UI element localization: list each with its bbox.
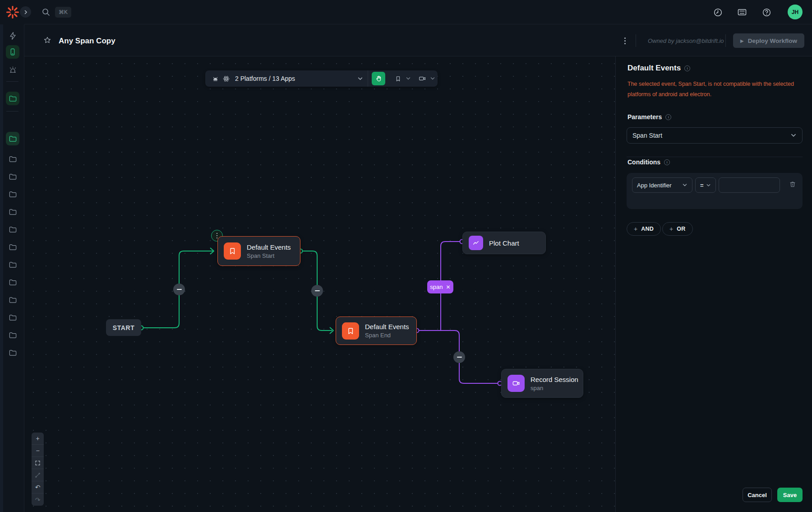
fit-view-button[interactable]: [32, 457, 44, 469]
parameters-label-row: Parameters i: [627, 113, 671, 121]
zoom-controls: + − ↶ ↷: [32, 433, 44, 506]
redo-button[interactable]: ↷: [32, 493, 44, 506]
workflow-editor-app: ⌘K JH: [0, 0, 812, 512]
panel-title-row: Default Events i: [627, 64, 690, 73]
bookmark-icon: [224, 242, 241, 260]
node-subtitle: Span Start: [247, 252, 291, 259]
validation-error-text: The selected event, Span Start, is not c…: [627, 79, 804, 100]
mobile-device-icon[interactable]: [6, 45, 19, 59]
bitdrift-logo-icon[interactable]: [6, 5, 19, 19]
folder-icon[interactable]: [6, 92, 19, 105]
condition-value-input[interactable]: [719, 177, 780, 193]
condition-field-select[interactable]: App Identifier: [632, 177, 692, 193]
folder-icon[interactable]: [6, 152, 19, 166]
parameter-select[interactable]: Span Start: [627, 127, 803, 144]
folder-icon[interactable]: [6, 170, 19, 183]
chevron-down-icon[interactable]: [428, 76, 438, 81]
close-icon[interactable]: ✕: [446, 284, 451, 290]
chart-icon: [469, 236, 483, 250]
more-options-button[interactable]: [620, 36, 630, 46]
node-plot-chart[interactable]: Plot Chart: [462, 232, 546, 254]
condition-card: App Identifier =: [627, 173, 803, 209]
info-icon[interactable]: i: [664, 159, 670, 165]
save-button[interactable]: Save: [777, 488, 803, 502]
node-record-session[interactable]: Record Session span: [501, 369, 583, 398]
arrowhead: [330, 327, 333, 334]
play-icon: ▶: [740, 38, 744, 43]
android-icon: [212, 75, 219, 83]
top-bar: ⌘K JH: [0, 0, 812, 24]
plus-icon: +: [669, 225, 673, 233]
info-icon[interactable]: i: [665, 114, 671, 120]
alert-siren-icon[interactable]: [6, 63, 19, 77]
zoom-in-button[interactable]: +: [32, 433, 44, 445]
workflow-header: Any Span Copy Owned by jackson@bitdrift.…: [24, 24, 812, 56]
trash-icon[interactable]: [789, 181, 796, 188]
history-clock-icon[interactable]: [713, 7, 723, 17]
chevron-down-icon: [682, 182, 687, 188]
deploy-workflow-button[interactable]: ▶ Deploy Workflow: [733, 33, 804, 48]
workflow-canvas[interactable]: 2 Platforms / 13 Apps: [24, 56, 615, 512]
platforms-apps-label[interactable]: 2 Platforms / 13 Apps: [235, 75, 295, 82]
folder-icon[interactable]: [6, 223, 19, 236]
bookmark-icon[interactable]: [392, 75, 403, 82]
folder-icon[interactable]: [6, 240, 19, 254]
info-icon[interactable]: i: [684, 65, 690, 71]
connection-mode-button[interactable]: [32, 469, 44, 481]
left-sidebar: [0, 24, 24, 512]
condition-operator-select[interactable]: =: [695, 177, 716, 193]
node-title: Record Session: [531, 376, 578, 383]
folder-icon[interactable]: [6, 275, 19, 289]
page-title: Any Span Copy: [59, 37, 115, 46]
folder-icon[interactable]: [6, 293, 19, 307]
video-camera-icon: [508, 375, 525, 392]
edge-label-badge[interactable]: span ✕: [427, 280, 453, 293]
parameters-label: Parameters: [627, 113, 662, 121]
node-subtitle: span: [531, 385, 578, 391]
or-label: OR: [677, 226, 685, 232]
zoom-out-button[interactable]: −: [32, 445, 44, 457]
bookmark-icon: [342, 322, 359, 340]
add-or-condition-button[interactable]: + OR: [662, 222, 693, 236]
keyboard-icon[interactable]: [737, 7, 747, 17]
sidebar-divider: [6, 81, 18, 82]
chevron-down-icon[interactable]: [357, 76, 363, 82]
folder-icon[interactable]: [6, 187, 19, 201]
undo-button[interactable]: ↶: [32, 481, 44, 493]
folder-icon[interactable]: [6, 311, 19, 324]
parameter-value: Span Start: [632, 132, 662, 139]
chevron-down-icon: [706, 183, 711, 188]
node-default-events-span-end[interactable]: Default Events Span End: [336, 317, 417, 345]
video-camera-icon[interactable]: [417, 74, 428, 83]
node-default-events-span-start[interactable]: Default Events Span Start: [217, 236, 300, 266]
add-and-condition-button[interactable]: + AND: [627, 222, 661, 236]
user-avatar[interactable]: JH: [788, 5, 803, 19]
platform-icons: [212, 75, 230, 83]
canvas-toolbar: 2 Platforms / 13 Apps: [205, 70, 438, 87]
arrowhead: [210, 248, 214, 254]
folder-icon[interactable]: [6, 346, 19, 359]
pan-tool-button[interactable]: [372, 72, 385, 85]
condition-field-value: App Identifier: [637, 182, 672, 189]
node-title: Plot Chart: [489, 239, 519, 247]
edge-collapse-button[interactable]: [173, 284, 185, 295]
bolt-icon[interactable]: [6, 29, 19, 42]
search-shortcut-badge[interactable]: ⌘K: [55, 7, 71, 18]
folder-icon[interactable]: [6, 258, 19, 271]
sidebar-expand-button[interactable]: [20, 6, 31, 18]
folder-icon[interactable]: [6, 328, 19, 342]
panel-divider: [627, 157, 803, 157]
node-start[interactable]: START: [106, 319, 141, 336]
favorite-star-icon[interactable]: [43, 36, 51, 44]
chevron-down-icon[interactable]: [403, 76, 413, 81]
help-icon[interactable]: [761, 7, 771, 17]
edge-collapse-button[interactable]: [453, 351, 465, 363]
folder-icon[interactable]: [6, 205, 19, 219]
panel-title: Default Events: [627, 64, 681, 73]
edge-label: span: [430, 284, 443, 290]
search-icon[interactable]: [42, 8, 51, 17]
folder-icon[interactable]: [6, 132, 19, 145]
owner-label: Owned by jackson@bitdrift.io: [648, 37, 724, 44]
cancel-button[interactable]: Cancel: [743, 488, 772, 502]
edge-collapse-button[interactable]: [311, 285, 323, 297]
